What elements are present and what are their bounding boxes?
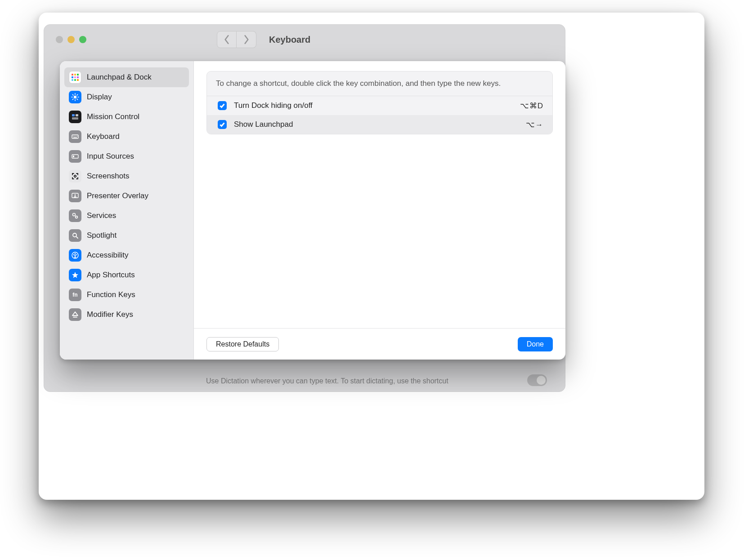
sidebar-item-label: Screenshots: [87, 172, 130, 181]
svg-point-32: [73, 213, 76, 216]
svg-point-25: [76, 136, 76, 137]
sidebar-item-services[interactable]: Services: [64, 206, 189, 226]
sidebar-item-mission-control[interactable]: Mission Control: [64, 107, 189, 127]
sidebar-item-accessibility[interactable]: Accessibility: [64, 245, 189, 265]
svg-line-14: [72, 94, 73, 95]
svg-rect-0: [72, 74, 73, 76]
sidebar-item-keyboard[interactable]: Keyboard: [64, 127, 189, 147]
svg-rect-20: [72, 117, 78, 120]
svg-rect-5: [77, 76, 79, 78]
screenshot-icon: [69, 170, 81, 182]
sidebar-item-app-shortcuts[interactable]: App Shortcuts: [64, 265, 189, 285]
svg-rect-3: [72, 76, 73, 78]
svg-point-9: [74, 96, 76, 98]
sidebar-item-label: Services: [87, 211, 116, 220]
shortcuts-sidebar: Launchpad & Dock Display Mission Control…: [60, 61, 194, 360]
sidebar-item-label: Launchpad & Dock: [87, 73, 152, 82]
svg-rect-8: [77, 79, 79, 81]
sidebar-item-label: App Shortcuts: [87, 271, 135, 280]
app-shortcuts-icon: [69, 269, 81, 281]
sidebar-item-label: Keyboard: [87, 132, 120, 141]
svg-line-16: [72, 99, 73, 100]
sidebar-item-label: Input Sources: [87, 152, 134, 161]
spotlight-icon: [69, 229, 81, 242]
keyboard-icon: [69, 130, 81, 143]
sidebar-item-label: Spotlight: [87, 231, 117, 240]
svg-point-26: [77, 136, 78, 137]
restore-defaults-button[interactable]: Restore Defaults: [206, 337, 279, 351]
shortcut-checkbox[interactable]: [218, 101, 227, 110]
launchpad-icon: [69, 71, 81, 84]
sidebar-item-label: Accessibility: [87, 251, 129, 260]
svg-rect-28: [73, 156, 74, 157]
sidebar-item-label: Modifier Keys: [87, 310, 133, 319]
svg-point-33: [76, 216, 78, 218]
shortcuts-panel: To change a shortcut, double click the k…: [206, 71, 553, 134]
sidebar-item-label: Display: [87, 93, 112, 102]
svg-point-37: [75, 253, 76, 254]
svg-point-29: [74, 175, 76, 177]
svg-point-23: [73, 136, 74, 137]
svg-rect-19: [76, 114, 78, 116]
mission-control-icon: [69, 111, 81, 123]
sidebar-item-display[interactable]: Display: [64, 87, 189, 107]
sidebar-item-label: Function Keys: [87, 290, 135, 299]
svg-point-31: [74, 194, 76, 196]
shortcut-row[interactable]: Turn Dock hiding on/off ⌥⌘D: [207, 96, 552, 115]
keyboard-shortcuts-sheet: Launchpad & Dock Display Mission Control…: [60, 61, 565, 360]
sidebar-item-label: Presenter Overlay: [87, 191, 148, 200]
sidebar-item-modifier-keys[interactable]: Modifier Keys: [64, 305, 189, 324]
sheet-footer: Restore Defaults Done: [194, 328, 565, 360]
svg-rect-21: [72, 135, 78, 138]
shortcuts-help-text: To change a shortcut, double click the k…: [207, 71, 552, 96]
shortcut-checkbox[interactable]: [218, 120, 227, 129]
accessibility-icon: [69, 249, 81, 262]
sidebar-item-launchpad-dock[interactable]: Launchpad & Dock: [64, 67, 189, 87]
brightness-icon: [69, 91, 81, 103]
done-button[interactable]: Done: [518, 337, 553, 351]
sidebar-item-input-sources[interactable]: Input Sources: [64, 147, 189, 166]
modifier-keys-icon: [69, 308, 81, 321]
shortcut-keys[interactable]: ⌥→: [526, 120, 543, 129]
sidebar-item-spotlight[interactable]: Spotlight: [64, 226, 189, 245]
sidebar-item-screenshots[interactable]: Screenshots: [64, 166, 189, 186]
check-icon: [219, 102, 225, 109]
sidebar-item-function-keys[interactable]: fn Function Keys: [64, 285, 189, 305]
sidebar-item-presenter-overlay[interactable]: Presenter Overlay: [64, 186, 189, 206]
input-sources-icon: [69, 150, 81, 163]
shortcut-row[interactable]: Show Launchpad ⌥→: [207, 115, 552, 134]
function-keys-icon: fn: [69, 289, 81, 301]
svg-line-35: [76, 236, 78, 238]
shortcuts-content: To change a shortcut, double click the k…: [194, 61, 565, 360]
presenter-icon: [69, 190, 81, 202]
shortcut-label: Turn Dock hiding on/off: [234, 101, 513, 110]
shortcut-keys[interactable]: ⌥⌘D: [520, 101, 543, 111]
svg-line-17: [77, 94, 78, 95]
check-icon: [219, 121, 225, 128]
svg-rect-18: [72, 114, 75, 116]
svg-rect-6: [72, 79, 73, 81]
svg-rect-7: [74, 79, 76, 81]
svg-point-24: [74, 136, 75, 137]
services-icon: [69, 209, 81, 222]
svg-line-15: [77, 99, 78, 100]
svg-rect-2: [77, 74, 79, 76]
svg-rect-4: [74, 76, 76, 78]
shortcut-label: Show Launchpad: [234, 120, 519, 129]
sidebar-item-label: Mission Control: [87, 112, 139, 121]
svg-rect-1: [74, 74, 76, 76]
